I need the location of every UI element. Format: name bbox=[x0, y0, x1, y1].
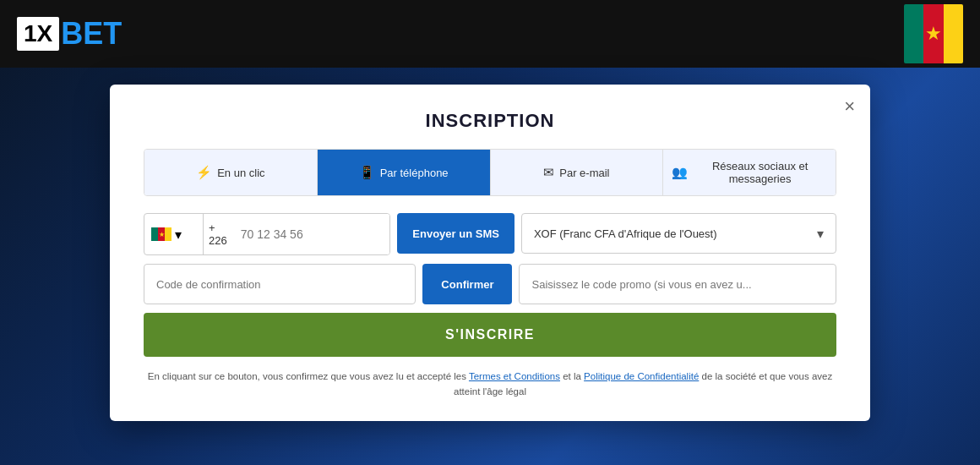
flag-yellow-stripe bbox=[944, 4, 963, 63]
privacy-link[interactable]: Politique de Confidentialité bbox=[584, 371, 699, 381]
flag-green-stripe bbox=[904, 4, 923, 63]
legal-text: En cliquant sur ce bouton, vous confirme… bbox=[144, 369, 836, 400]
tabs-container: ⚡ En un clic 📱 Par téléphone ✉ Par e-mai… bbox=[144, 149, 836, 196]
lightning-icon: ⚡ bbox=[196, 165, 212, 180]
tab-par-email[interactable]: ✉ Par e-mail bbox=[491, 150, 664, 195]
tab-reseaux-sociaux-label: Réseaux sociaux et messageries bbox=[693, 160, 827, 185]
register-button[interactable]: S'INSCRIRE bbox=[144, 313, 836, 357]
social-icon: 👥 bbox=[672, 165, 688, 180]
currency-dropdown[interactable]: XOF (Franc CFA d'Afrique de l'Ouest) ▾ bbox=[521, 213, 836, 254]
flag-star: ★ bbox=[925, 23, 942, 45]
tab-par-telephone[interactable]: 📱 Par téléphone bbox=[318, 150, 491, 195]
confirmation-row: Confirmer bbox=[144, 264, 836, 304]
legal-text-middle: et la bbox=[563, 371, 584, 381]
currency-label: XOF (Franc CFA d'Afrique de l'Ouest) bbox=[534, 227, 717, 240]
modal: × INSCRIPTION ⚡ En un clic 📱 Par télépho… bbox=[110, 85, 870, 421]
cameroon-flag: ★ bbox=[904, 4, 963, 63]
terms-link[interactable]: Termes et Conditions bbox=[469, 371, 560, 381]
country-code: + 226 bbox=[204, 222, 232, 247]
country-selector[interactable]: ★ ▾ bbox=[144, 214, 204, 254]
small-flag-star: ★ bbox=[159, 231, 165, 238]
flag-red-stripe: ★ bbox=[923, 4, 943, 63]
phone-group: ★ ▾ + 226 bbox=[144, 213, 390, 255]
email-icon: ✉ bbox=[543, 165, 554, 180]
chevron-down-icon: ▾ bbox=[817, 226, 824, 242]
tab-par-telephone-label: Par téléphone bbox=[380, 167, 449, 179]
logo: 1X BET bbox=[17, 16, 122, 52]
sms-button[interactable]: Envoyer un SMS bbox=[397, 213, 514, 254]
main-content: × INSCRIPTION ⚡ En un clic 📱 Par télépho… bbox=[0, 68, 980, 438]
tab-par-email-label: Par e-mail bbox=[559, 167, 609, 179]
country-flag-small: ★ bbox=[151, 227, 172, 241]
confirm-button[interactable]: Confirmer bbox=[422, 264, 512, 304]
promo-input[interactable] bbox=[519, 264, 836, 304]
confirmation-input[interactable] bbox=[144, 264, 416, 304]
modal-title: INSCRIPTION bbox=[144, 110, 836, 132]
logo-1x: 1X bbox=[17, 17, 59, 51]
phone-icon: 📱 bbox=[359, 165, 375, 180]
legal-text-before: En cliquant sur ce bouton, vous confirme… bbox=[148, 371, 469, 381]
phone-row: ★ ▾ + 226 Envoyer un SMS XOF (Franc CFA … bbox=[144, 213, 836, 255]
header: 1X BET ★ bbox=[0, 0, 980, 68]
tab-en-un-clic[interactable]: ⚡ En un clic bbox=[144, 150, 318, 195]
tab-en-un-clic-label: En un clic bbox=[217, 167, 264, 179]
chevron-down-icon: ▾ bbox=[175, 227, 182, 243]
tab-reseaux-sociaux[interactable]: 👥 Réseaux sociaux et messageries bbox=[663, 150, 836, 195]
phone-input[interactable] bbox=[232, 214, 391, 254]
logo-bet: BET bbox=[61, 16, 122, 52]
close-button[interactable]: × bbox=[844, 97, 855, 116]
